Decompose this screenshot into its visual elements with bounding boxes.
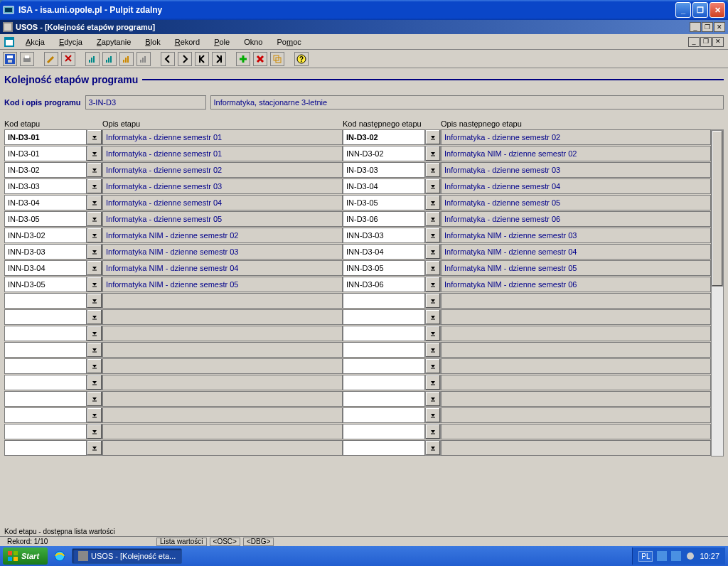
- kod-etapu-field[interactable]: [4, 424, 87, 439]
- add-icon[interactable]: [236, 52, 250, 66]
- chart2-icon[interactable]: [102, 52, 117, 66]
- tray-icon-2[interactable]: [671, 551, 681, 561]
- opis-etapu-field[interactable]: [102, 424, 343, 439]
- close-button[interactable]: ✕: [710, 2, 725, 18]
- lov-button[interactable]: [425, 146, 441, 161]
- kod-nast-field[interactable]: INN-D3-03: [343, 228, 425, 243]
- kod-nast-field[interactable]: [343, 375, 425, 390]
- kod-etapu-field[interactable]: [4, 407, 87, 423]
- save-icon[interactable]: [3, 52, 17, 66]
- lov-button[interactable]: [425, 342, 441, 358]
- opis-etapu-field[interactable]: [102, 342, 343, 358]
- child-minimize-button[interactable]: _: [688, 37, 700, 47]
- chart1-icon[interactable]: [85, 52, 100, 66]
- opis-etapu-field[interactable]: [102, 309, 343, 325]
- opis-nast-field[interactable]: Informatyka - dzienne semestr 06: [441, 211, 711, 227]
- kod-etapu-field[interactable]: [4, 293, 87, 309]
- lov-button[interactable]: [425, 162, 441, 178]
- opis-nast-field[interactable]: [441, 293, 711, 309]
- maximize-button[interactable]: ❐: [692, 2, 708, 18]
- opis-etapu-field[interactable]: [102, 440, 343, 456]
- help-icon[interactable]: ?: [294, 52, 309, 66]
- minimize-button[interactable]: _: [675, 2, 691, 18]
- duplicate-icon[interactable]: [270, 52, 284, 66]
- opis-etapu-field[interactable]: Informatyka NIM - dzienne semestr 03: [102, 244, 343, 260]
- lov-button[interactable]: [87, 244, 102, 260]
- kod-nast-field[interactable]: IN-D3-06: [343, 211, 425, 227]
- lov-button[interactable]: [425, 407, 441, 423]
- kod-nast-field[interactable]: [343, 391, 425, 407]
- menu-akcja[interactable]: Akcja: [18, 36, 52, 48]
- kod-etapu-field[interactable]: IN-D3-05: [4, 211, 87, 227]
- kod-etapu-field[interactable]: IN-D3-03: [4, 178, 87, 194]
- lov-button[interactable]: [425, 440, 441, 456]
- kod-nast-field[interactable]: INN-D3-06: [343, 277, 425, 292]
- lov-button[interactable]: [87, 440, 102, 456]
- opis-nast-field[interactable]: [441, 407, 711, 423]
- start-button[interactable]: Start: [3, 548, 48, 565]
- lov-button[interactable]: [425, 244, 441, 260]
- program-code-field[interactable]: 3-IN-D3: [85, 95, 206, 110]
- kod-etapu-field[interactable]: [4, 326, 87, 341]
- opis-etapu-field[interactable]: Informatyka - dzienne semestr 02: [102, 162, 343, 178]
- kod-etapu-field[interactable]: INN-D3-05: [4, 277, 87, 292]
- opis-etapu-field[interactable]: Informatyka - dzienne semestr 03: [102, 178, 343, 194]
- opis-etapu-field[interactable]: [102, 293, 343, 309]
- opis-etapu-field[interactable]: [102, 407, 343, 423]
- opis-nast-field[interactable]: Informatyka - dzienne semestr 05: [441, 195, 711, 210]
- lov-button[interactable]: [425, 260, 441, 276]
- opis-etapu-field[interactable]: [102, 375, 343, 390]
- opis-nast-field[interactable]: [441, 424, 711, 439]
- kod-etapu-field[interactable]: [4, 391, 87, 407]
- kod-nast-field[interactable]: INN-D3-05: [343, 260, 425, 276]
- opis-etapu-field[interactable]: [102, 358, 343, 374]
- chart4-icon[interactable]: [136, 52, 151, 66]
- child-window-icon[interactable]: [4, 37, 14, 47]
- lov-button[interactable]: [87, 178, 102, 194]
- opis-nast-field[interactable]: Informatyka - dzienne semestr 02: [441, 129, 711, 145]
- kod-etapu-field[interactable]: IN-D3-01: [4, 129, 87, 145]
- lov-button[interactable]: [87, 342, 102, 358]
- opis-nast-field[interactable]: Informatyka NIM - dzienne semestr 03: [441, 228, 711, 243]
- opis-nast-field[interactable]: [441, 342, 711, 358]
- lov-button[interactable]: [87, 326, 102, 341]
- lov-button[interactable]: [425, 178, 441, 194]
- lov-button[interactable]: [87, 195, 102, 210]
- delete-icon[interactable]: [253, 52, 267, 66]
- lov-button[interactable]: [425, 358, 441, 374]
- child-restore-button[interactable]: ❐: [700, 37, 712, 47]
- lov-button[interactable]: [425, 277, 441, 292]
- opis-nast-field[interactable]: [441, 309, 711, 325]
- opis-etapu-field[interactable]: Informatyka NIM - dzienne semestr 05: [102, 277, 343, 292]
- prev-icon[interactable]: [161, 52, 175, 66]
- edit-icon[interactable]: [44, 52, 58, 66]
- kod-etapu-field[interactable]: [4, 358, 87, 374]
- lov-button[interactable]: [87, 211, 102, 227]
- kod-nast-field[interactable]: [343, 326, 425, 341]
- kod-etapu-field[interactable]: IN-D3-02: [4, 162, 87, 178]
- opis-etapu-field[interactable]: Informatyka - dzienne semestr 04: [102, 195, 343, 210]
- menu-blok[interactable]: Blok: [138, 36, 167, 48]
- menu-edycja[interactable]: Edycja: [52, 36, 90, 48]
- lov-button[interactable]: [87, 424, 102, 439]
- opis-nast-field[interactable]: [441, 440, 711, 456]
- print-icon[interactable]: [20, 52, 34, 66]
- kod-etapu-field[interactable]: [4, 375, 87, 390]
- opis-nast-field[interactable]: Informatyka NIM - dzienne semestr 02: [441, 146, 711, 161]
- lov-button[interactable]: [425, 375, 441, 390]
- chart3-icon[interactable]: [119, 52, 134, 66]
- scrollbar[interactable]: [711, 129, 724, 456]
- lov-button[interactable]: [425, 228, 441, 243]
- kod-etapu-field[interactable]: [4, 440, 87, 456]
- kod-nast-field[interactable]: [343, 440, 425, 456]
- kod-nast-field[interactable]: INN-D3-04: [343, 244, 425, 260]
- menu-pomoc[interactable]: Pomoc: [269, 36, 308, 48]
- kod-etapu-field[interactable]: INN-D3-03: [4, 244, 87, 260]
- next-icon[interactable]: [178, 52, 192, 66]
- mdi-restore-button[interactable]: ❐: [702, 22, 713, 32]
- lov-button[interactable]: [87, 358, 102, 374]
- opis-nast-field[interactable]: [441, 326, 711, 341]
- opis-nast-field[interactable]: [441, 358, 711, 374]
- lov-button[interactable]: [87, 407, 102, 423]
- tray-icon-3[interactable]: [685, 551, 695, 561]
